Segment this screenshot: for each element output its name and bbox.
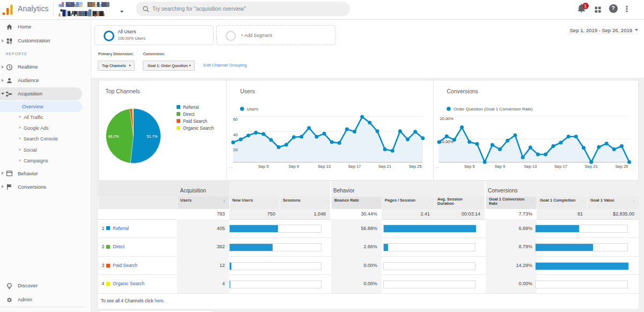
svg-text:46.2%: 46.2% bbox=[108, 135, 119, 138]
svg-text:…: … bbox=[229, 164, 233, 168]
svg-text:20.00%: 20.00% bbox=[440, 116, 453, 121]
svg-text:Referral: Referral bbox=[183, 105, 199, 110]
svg-text:Sep 13: Sep 13 bbox=[318, 164, 331, 168]
svg-text:Sep 9: Sep 9 bbox=[288, 164, 299, 168]
svg-text:Sep 9: Sep 9 bbox=[494, 164, 505, 168]
svg-text:Sep 17: Sep 17 bbox=[554, 164, 567, 168]
svg-text:Direct: Direct bbox=[183, 112, 195, 117]
svg-text:Sep 17: Sep 17 bbox=[348, 164, 361, 168]
svg-text:Top Channels: Top Channels bbox=[106, 88, 140, 94]
svg-text:Sep 25: Sep 25 bbox=[408, 164, 421, 168]
svg-text:Sep 13: Sep 13 bbox=[524, 164, 537, 168]
svg-text:Sep 21: Sep 21 bbox=[378, 164, 391, 168]
svg-text:Order Question (Goal 1 Convers: Order Question (Goal 1 Conversion Rate) bbox=[453, 107, 533, 112]
svg-text:20: 20 bbox=[233, 147, 237, 152]
svg-text:Users: Users bbox=[247, 107, 258, 112]
svg-text:Sep 5: Sep 5 bbox=[464, 164, 474, 168]
svg-text:Organic Search: Organic Search bbox=[183, 125, 214, 131]
svg-text:Users: Users bbox=[240, 88, 254, 94]
svg-text:Sep 25: Sep 25 bbox=[615, 164, 628, 168]
svg-text:Paid Search: Paid Search bbox=[183, 118, 208, 124]
svg-text:Sep 21: Sep 21 bbox=[584, 164, 597, 168]
svg-text:40: 40 bbox=[233, 132, 237, 137]
svg-text:51.7%: 51.7% bbox=[147, 135, 158, 138]
svg-text:Conversions: Conversions bbox=[447, 88, 478, 94]
svg-text:Sep 5: Sep 5 bbox=[258, 164, 269, 168]
svg-text:10.00%: 10.00% bbox=[440, 139, 453, 144]
svg-text:…: … bbox=[435, 164, 440, 168]
svg-text:60: 60 bbox=[233, 117, 237, 122]
